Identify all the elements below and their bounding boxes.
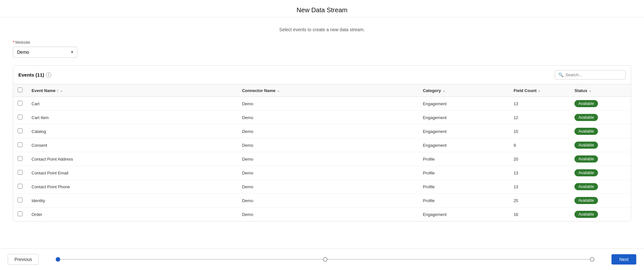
row-checkbox[interactable] <box>18 198 23 202</box>
website-select-wrapper: Demo Production Staging ▼ <box>13 47 77 58</box>
col-status[interactable]: Status ⌄ <box>570 84 631 97</box>
status-badge: Available <box>574 142 598 149</box>
events-container: Events (11) i 🔍 Event Name ↑ <box>13 65 631 221</box>
row-event-name: Cart <box>27 97 238 111</box>
status-badge: Available <box>574 155 598 163</box>
col-connector-name[interactable]: Connector Name ⌄ <box>238 84 419 97</box>
col-category[interactable]: Category ⌄ <box>418 84 509 97</box>
row-field-count: 20 <box>509 152 570 166</box>
status-badge: Available <box>574 114 598 121</box>
status-badge: Available <box>574 197 598 204</box>
row-event-name: Contact Point Phone <box>27 180 238 194</box>
row-status: Available <box>570 180 631 194</box>
row-status: Available <box>570 125 631 138</box>
col-field-count[interactable]: Field Count ⌄ <box>509 84 570 97</box>
row-checkbox-cell[interactable] <box>13 180 27 194</box>
progress-bar <box>58 259 592 260</box>
row-connector-name: Demo <box>238 111 419 125</box>
row-checkbox-cell[interactable] <box>13 194 27 208</box>
row-connector-name: Demo <box>238 208 419 221</box>
row-connector-name: Demo <box>238 97 419 111</box>
row-checkbox[interactable] <box>18 156 23 161</box>
status-badge: Available <box>574 100 598 107</box>
row-category: Profile <box>418 194 509 208</box>
info-icon: i <box>46 72 51 78</box>
row-checkbox-cell[interactable] <box>13 111 27 125</box>
search-icon: 🔍 <box>558 72 564 77</box>
events-count-label: Events (11) <box>18 72 44 78</box>
row-category: Engagement <box>418 138 509 152</box>
progress-step-2 <box>323 257 327 262</box>
row-status: Available <box>570 97 631 111</box>
row-checkbox[interactable] <box>18 170 23 175</box>
row-event-name: Contact Point Email <box>27 166 238 180</box>
search-input[interactable] <box>565 72 622 77</box>
status-badge: Available <box>574 211 598 218</box>
table-row: Cart Item Demo Engagement 12 Available <box>13 111 631 125</box>
table-header-row: Event Name ↑ ⌄ Connector Name ⌄ Ca <box>13 84 631 97</box>
row-connector-name: Demo <box>238 125 419 138</box>
row-checkbox-cell[interactable] <box>13 125 27 138</box>
subtitle: Select events to create a new data strea… <box>13 27 631 32</box>
row-checkbox-cell[interactable] <box>13 152 27 166</box>
row-category: Engagement <box>418 208 509 221</box>
row-category: Profile <box>418 180 509 194</box>
website-label: *Website <box>13 40 631 45</box>
col-event-name[interactable]: Event Name ↑ ⌄ <box>27 84 238 97</box>
table-row: Contact Point Phone Demo Profile 13 Avai… <box>13 180 631 194</box>
status-badge: Available <box>574 183 598 190</box>
row-field-count: 13 <box>509 97 570 111</box>
row-event-name: Order <box>27 208 238 221</box>
row-status: Available <box>570 138 631 152</box>
row-field-count: 13 <box>509 166 570 180</box>
row-status: Available <box>570 111 631 125</box>
sort-chevron-category: ⌄ <box>442 88 445 93</box>
row-checkbox-cell[interactable] <box>13 138 27 152</box>
status-badge: Available <box>574 128 598 135</box>
row-checkbox[interactable] <box>18 115 23 119</box>
sort-chevron-connector: ⌄ <box>277 88 280 93</box>
row-checkbox-cell[interactable] <box>13 166 27 180</box>
row-connector-name: Demo <box>238 152 419 166</box>
sort-chevron-fieldcount: ⌄ <box>538 88 541 93</box>
events-header: Events (11) i 🔍 <box>13 66 631 84</box>
select-all-checkbox[interactable] <box>18 88 23 92</box>
row-status: Available <box>570 208 631 221</box>
main-content: Select events to create a new data strea… <box>0 17 644 248</box>
row-connector-name: Demo <box>238 180 419 194</box>
sort-chevron-status: ⌄ <box>589 88 592 93</box>
row-checkbox[interactable] <box>18 101 23 106</box>
row-category: Engagement <box>418 111 509 125</box>
required-asterisk: * <box>13 40 14 45</box>
table-row: Catalog Demo Engagement 15 Available <box>13 125 631 138</box>
table-row: Order Demo Engagement 16 Available <box>13 208 631 221</box>
row-checkbox[interactable] <box>18 184 23 189</box>
footer: Previous Next <box>0 248 644 270</box>
row-event-name: Cart Item <box>27 111 238 125</box>
progress-step-3 <box>590 257 594 262</box>
row-checkbox[interactable] <box>18 142 23 147</box>
row-checkbox[interactable] <box>18 128 23 133</box>
previous-button[interactable]: Previous <box>8 254 39 265</box>
search-box: 🔍 <box>555 70 626 79</box>
page-header: New Data Stream <box>0 0 644 17</box>
row-checkbox-cell[interactable] <box>13 208 27 221</box>
row-checkbox-cell[interactable] <box>13 97 27 111</box>
row-connector-name: Demo <box>238 194 419 208</box>
row-event-name: Consent <box>27 138 238 152</box>
events-table: Event Name ↑ ⌄ Connector Name ⌄ Ca <box>13 84 631 221</box>
website-select[interactable]: Demo Production Staging <box>13 47 77 58</box>
row-field-count: 16 <box>509 208 570 221</box>
row-field-count: 9 <box>509 138 570 152</box>
next-button[interactable]: Next <box>611 254 636 265</box>
table-body: Cart Demo Engagement 13 Available Cart I… <box>13 97 631 221</box>
row-connector-name: Demo <box>238 166 419 180</box>
progress-step-1 <box>56 257 60 262</box>
row-event-name: Contact Point Address <box>27 152 238 166</box>
row-checkbox[interactable] <box>18 211 23 216</box>
select-all-header[interactable] <box>13 84 27 97</box>
row-status: Available <box>570 166 631 180</box>
row-field-count: 25 <box>509 194 570 208</box>
row-field-count: 13 <box>509 180 570 194</box>
status-badge: Available <box>574 169 598 176</box>
